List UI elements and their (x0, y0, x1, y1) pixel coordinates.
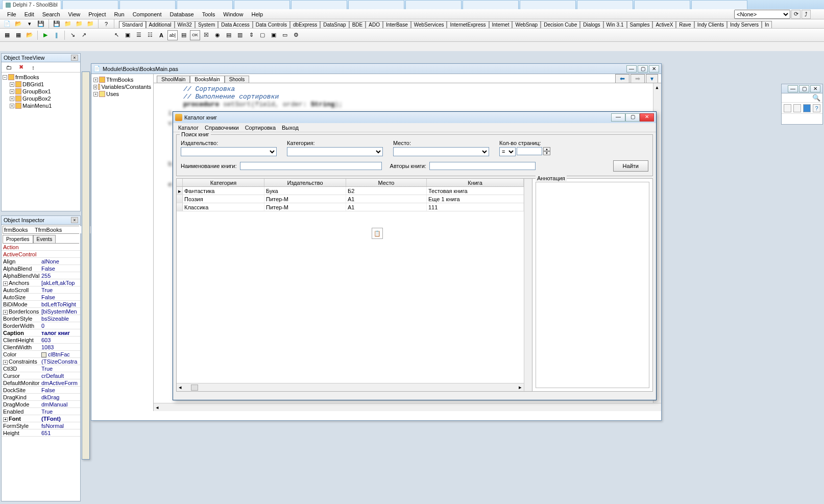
tree-node[interactable]: GroupBox1 (22, 88, 51, 94)
books-grid[interactable]: Категория Издательство Место Книга ▸Фант… (177, 179, 524, 391)
property-row[interactable]: ClientHeight603 (2, 337, 80, 344)
browser-tab[interactable] (405, 0, 462, 9)
pal-radiogroup-icon[interactable]: ▣ (269, 30, 279, 40)
ctab-dataaccess[interactable]: Data Access (218, 21, 253, 28)
browser-tab[interactable] (520, 0, 576, 9)
maximize-button[interactable]: ▢ (638, 65, 648, 73)
ctab-bde[interactable]: BDE (349, 21, 366, 28)
browser-tab[interactable] (348, 0, 404, 9)
struct-node[interactable]: Variables/Constants (101, 84, 151, 90)
oi-tab-properties[interactable]: Properties (3, 235, 33, 243)
property-row[interactable]: ActiveControl (2, 251, 80, 258)
tb-add-proj[interactable]: 📁 (74, 19, 84, 29)
property-row[interactable]: BorderStylebsSizeable (2, 315, 80, 322)
authors-input[interactable] (429, 162, 536, 170)
close-button[interactable]: ✕ (649, 65, 659, 73)
ctab-activex[interactable]: ActiveX (652, 21, 676, 28)
ctab-dialogs[interactable]: Dialogs (580, 21, 603, 28)
nav-dropdown-icon[interactable]: ▾ (646, 74, 658, 83)
maximize-button[interactable]: ▢ (799, 85, 809, 92)
help-icon[interactable]: ? (813, 104, 820, 112)
pal-new-unit[interactable]: ▦ (13, 30, 23, 40)
pal-frames-icon[interactable]: ▣ (123, 30, 133, 40)
minimize-button[interactable]: — (626, 65, 637, 73)
browser-tab[interactable] (119, 0, 176, 9)
menu-component[interactable]: Component (129, 10, 166, 18)
pal-checkbox-icon[interactable]: ☒ (201, 30, 211, 40)
menu-file[interactable]: File (3, 10, 20, 18)
browser-tab[interactable] (291, 0, 347, 9)
pal-trace[interactable]: ↘ (67, 30, 78, 40)
tree-node[interactable]: MainMenu1 (22, 103, 52, 109)
app-titlebar[interactable]: Каталог книг — ▢ ✕ (173, 112, 656, 123)
table-row[interactable]: КлассикаПитер-МА1111 (177, 203, 524, 211)
browser-tab[interactable] (234, 0, 290, 9)
property-row[interactable]: EnabledTrue (2, 408, 80, 415)
code-tab[interactable]: BooksMain (190, 76, 224, 83)
tb-saveall[interactable]: 💾 (52, 19, 62, 29)
browser-tab[interactable] (463, 0, 519, 9)
tb-open2[interactable]: ▾ (25, 19, 35, 29)
bookname-input[interactable] (240, 162, 382, 170)
structure-pane[interactable]: +TfrmBooks +Variables/Constants +Uses (91, 74, 154, 411)
app-menu-catalog[interactable]: Каталог (175, 124, 202, 131)
object-tree[interactable]: −frmBooks +DBGrid1 +GroupBox1 +GroupBox2… (2, 73, 80, 110)
place-combo[interactable] (393, 147, 489, 156)
pages-input[interactable] (517, 147, 542, 155)
browser-tab[interactable] (691, 0, 747, 9)
pal-groupbox-icon[interactable]: ▢ (257, 30, 268, 40)
grid-header-category[interactable]: Категория (183, 179, 264, 186)
oi-combo-name[interactable] (3, 226, 34, 233)
ctab-win32[interactable]: Win32 (175, 21, 195, 28)
config-btn2[interactable]: ⤴ (802, 10, 811, 19)
ctab-ado[interactable]: ADO (366, 21, 383, 28)
browser-tab[interactable] (177, 0, 233, 9)
pal-pointer-icon[interactable]: ↖ (111, 30, 122, 40)
menu-search[interactable]: Search (38, 10, 64, 18)
app-menu-refs[interactable]: Справочники (202, 124, 242, 131)
tb-save[interactable]: 💾 (36, 19, 46, 29)
pal-label-icon[interactable]: A (156, 30, 166, 40)
nav-back-icon[interactable]: ⬅ (615, 74, 629, 83)
property-row[interactable]: AutoSizeFalse (2, 294, 80, 301)
config-combo[interactable]: <None> (734, 10, 790, 19)
pal-open-folder[interactable]: 📂 (25, 30, 35, 40)
pal-run[interactable]: ▶ (40, 30, 51, 40)
editor-hscroll[interactable]: ◂ (154, 403, 661, 411)
ctab-more[interactable]: In (762, 21, 772, 28)
table-row[interactable]: ▸ФантастикаБукаБ2Тестовая книга (177, 187, 524, 195)
minimize-button[interactable]: — (788, 85, 798, 92)
property-row[interactable]: +Constraints(TSizeConstra (2, 358, 80, 365)
property-row[interactable]: Captionталог книг (2, 329, 80, 337)
ctab-dbexpress[interactable]: dbExpress (290, 21, 320, 28)
minimize-button[interactable]: — (611, 113, 625, 122)
tree-btn2[interactable]: ✖ (16, 62, 26, 73)
menu-edit[interactable]: Edit (20, 10, 38, 18)
tool-btn[interactable] (793, 104, 801, 112)
property-row[interactable]: DragModedmManual (2, 401, 80, 408)
close-button[interactable]: ✕ (640, 113, 654, 122)
property-row[interactable]: AlphaBlendFalse (2, 265, 80, 272)
tree-node[interactable]: frmBooks (15, 74, 39, 80)
ctab-interbase[interactable]: InterBase (383, 21, 411, 28)
maximize-button[interactable]: ▢ (625, 113, 640, 122)
ctab-decisioncube[interactable]: Decision Cube (541, 21, 580, 28)
close-icon[interactable]: × (71, 55, 78, 61)
grid-hscroll[interactable]: ◂ ▸ (177, 383, 524, 391)
code-tab[interactable]: Shools (225, 76, 250, 83)
tb-remove-proj[interactable]: 📁 (85, 19, 95, 29)
tb-open[interactable]: 📂 (13, 19, 23, 29)
ctab-internet[interactable]: Internet (489, 21, 513, 28)
menu-view[interactable]: View (64, 10, 85, 18)
property-row[interactable]: +Font(TFont) (2, 415, 80, 422)
property-row[interactable]: +Anchors[akLeft,akTop (2, 279, 80, 286)
browser-tab[interactable] (62, 0, 118, 9)
pal-button-icon[interactable]: OK (190, 30, 200, 40)
property-row[interactable]: AlignalNone (2, 258, 80, 265)
pal-listbox-icon[interactable]: ▤ (224, 30, 234, 40)
property-row[interactable]: ColorclBtnFac (2, 351, 80, 358)
ctab-system[interactable]: System (195, 21, 218, 28)
property-row[interactable]: Height651 (2, 429, 80, 437)
nav-fwd-icon[interactable]: ➡ (631, 74, 645, 83)
tree-node[interactable]: GroupBox2 (22, 95, 51, 102)
